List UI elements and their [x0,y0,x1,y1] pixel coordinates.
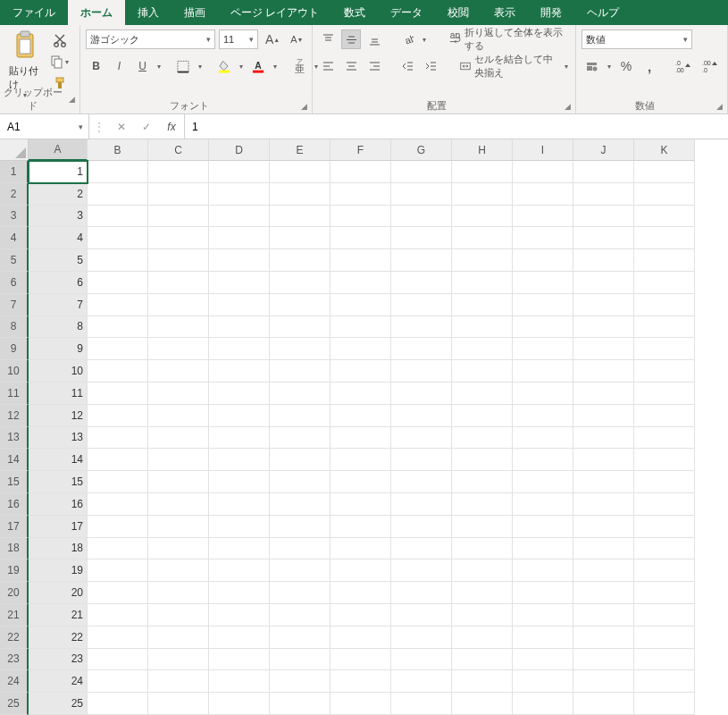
cell-B15[interactable] [88,471,148,493]
cell-A7[interactable]: 7 [29,294,88,316]
row-header-14[interactable]: 14 [0,449,29,471]
cell-I21[interactable] [513,604,573,627]
tab-データ[interactable]: データ [378,0,435,25]
cell-H9[interactable] [452,338,513,360]
cell-F15[interactable] [331,471,391,493]
cell-B7[interactable] [88,294,148,316]
row-header-21[interactable]: 21 [0,604,29,627]
cell-J11[interactable] [573,383,634,405]
row-header-25[interactable]: 25 [0,693,29,715]
cell-K19[interactable] [634,559,695,582]
column-header-C[interactable]: C [148,139,209,161]
column-header-E[interactable]: E [270,139,331,161]
cell-E21[interactable] [270,604,331,627]
cell-I15[interactable] [513,471,573,493]
dialog-launcher-number[interactable]: ◢ [713,100,725,113]
cell-E14[interactable] [270,449,331,471]
row-header-8[interactable]: 8 [0,316,29,339]
cell-F14[interactable] [331,449,391,471]
cell-F3[interactable] [331,206,391,228]
cell-I7[interactable] [513,294,573,316]
column-header-D[interactable]: D [209,139,270,161]
cell-A23[interactable]: 23 [29,649,88,671]
italic-button[interactable]: I [109,56,129,76]
cell-C11[interactable] [148,383,209,405]
cell-H13[interactable] [452,427,513,450]
cell-F5[interactable] [331,249,391,272]
row-header-2[interactable]: 2 [0,183,29,206]
cell-C25[interactable] [148,693,209,715]
cell-D21[interactable] [209,604,270,627]
cell-J15[interactable] [573,471,634,493]
cell-K6[interactable] [634,272,695,294]
bold-button[interactable]: B [86,56,105,76]
cell-H3[interactable] [452,206,513,228]
cell-A2[interactable]: 2 [29,183,88,206]
increase-decimal-button[interactable]: .0.00 [672,56,695,76]
cell-F10[interactable] [331,360,391,383]
cell-K24[interactable] [634,670,695,693]
cell-J9[interactable] [573,338,634,360]
cell-E18[interactable] [270,538,331,560]
cell-G5[interactable] [391,249,452,272]
cancel-formula-button[interactable]: ✕ [109,114,134,139]
cell-I3[interactable] [513,206,573,228]
cell-E1[interactable] [270,161,331,183]
cell-I9[interactable] [513,338,573,360]
cell-G24[interactable] [391,670,452,693]
cell-I8[interactable] [513,316,573,339]
cell-K11[interactable] [634,383,695,405]
copy-button[interactable]: ▾ [46,52,74,72]
cell-G21[interactable] [391,604,452,627]
cell-K22[interactable] [634,627,695,649]
cell-D23[interactable] [209,649,270,671]
cell-J17[interactable] [573,516,634,538]
cell-K3[interactable] [634,206,695,228]
orientation-button[interactable]: ab [397,29,417,49]
row-header-19[interactable]: 19 [0,559,29,582]
cell-C18[interactable] [148,538,209,560]
cell-I12[interactable] [513,405,573,427]
cell-E13[interactable] [270,427,331,450]
cell-D20[interactable] [209,582,270,604]
cell-J19[interactable] [573,559,634,582]
cell-A15[interactable]: 15 [29,471,88,493]
cell-C17[interactable] [148,516,209,538]
dialog-launcher-font[interactable]: ◢ [297,100,310,113]
border-button[interactable] [173,56,193,76]
cell-A18[interactable]: 18 [29,538,88,560]
cell-G11[interactable] [391,383,452,405]
cell-F13[interactable] [331,427,391,450]
cell-J7[interactable] [573,294,634,316]
column-header-B[interactable]: B [88,139,148,161]
namebox-resize-grip[interactable]: ⋮ [89,121,109,133]
cell-K21[interactable] [634,604,695,627]
align-right-button[interactable] [364,56,384,76]
row-header-13[interactable]: 13 [0,427,29,450]
number-format-combo[interactable]: 数値▾ [582,29,692,49]
row-header-11[interactable]: 11 [0,383,29,405]
cell-C23[interactable] [148,649,209,671]
cell-C5[interactable] [148,249,209,272]
cell-I24[interactable] [513,670,573,693]
cell-F24[interactable] [331,670,391,693]
cell-I17[interactable] [513,516,573,538]
cell-E23[interactable] [270,649,331,671]
cell-K17[interactable] [634,516,695,538]
cell-C24[interactable] [148,670,209,693]
cell-K15[interactable] [634,471,695,493]
cell-A24[interactable]: 24 [29,670,88,693]
cell-G22[interactable] [391,627,452,649]
percent-button[interactable]: % [616,56,636,76]
tab-表示[interactable]: 表示 [481,0,528,25]
row-header-10[interactable]: 10 [0,360,29,383]
decrease-indent-button[interactable] [397,56,417,76]
cell-E12[interactable] [270,405,331,427]
cell-F18[interactable] [331,538,391,560]
cell-A5[interactable]: 5 [29,249,88,272]
cell-J1[interactable] [573,161,634,183]
cell-E17[interactable] [270,516,331,538]
row-header-6[interactable]: 6 [0,272,29,294]
row-header-7[interactable]: 7 [0,294,29,316]
cell-H23[interactable] [452,649,513,671]
